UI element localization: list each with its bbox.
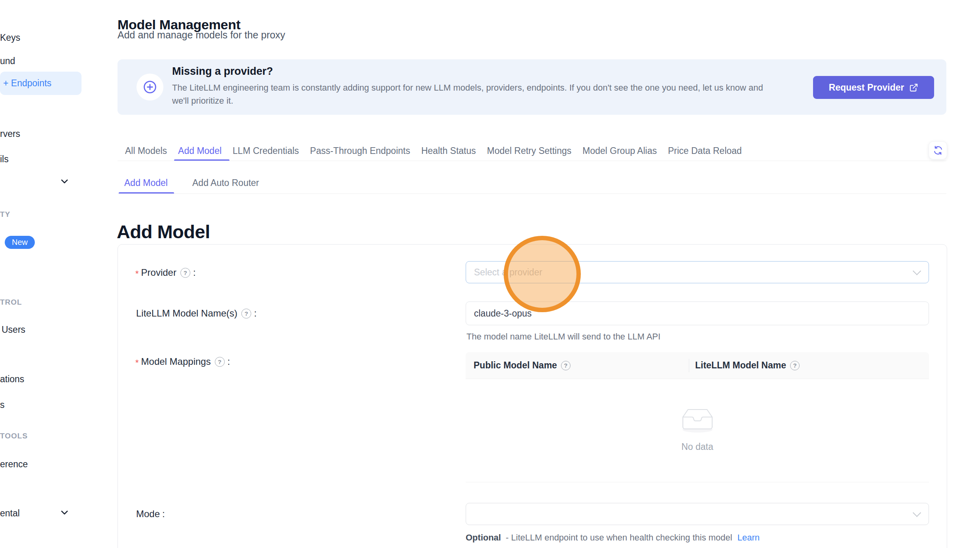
model-name-helper: The model name LiteLLM will send to the … <box>466 332 660 342</box>
refresh-button[interactable] <box>929 141 947 159</box>
label-colon: : <box>227 356 230 367</box>
help-icon[interactable]: ? <box>790 361 800 370</box>
mode-select[interactable] <box>466 503 929 525</box>
column-divider <box>689 359 689 372</box>
add-model-heading: Add Model <box>117 221 210 243</box>
mode-label: Mode : <box>136 508 165 520</box>
provider-label: * Provider ? : <box>135 266 196 279</box>
model-mappings-label-text: Model Mappings <box>141 356 211 367</box>
sidebar-item-servers[interactable]: rvers <box>0 129 20 139</box>
plus-circle-icon <box>136 74 163 100</box>
external-link-icon <box>909 83 918 92</box>
empty-box-icon <box>679 404 716 435</box>
sidebar-item-s[interactable]: s <box>0 400 5 410</box>
sidebar-item-ils[interactable]: ils <box>0 154 9 165</box>
banner-body-line1: The LiteLLM engineering team is constant… <box>172 81 763 94</box>
required-asterisk: * <box>135 358 139 368</box>
page: { "colors": { "accent": "#6366f1", "link… <box>0 0 980 548</box>
required-asterisk: * <box>135 269 139 279</box>
model-tabs: All Models Add Model LLM Credentials Pas… <box>125 146 742 156</box>
help-icon[interactable]: ? <box>180 268 190 278</box>
sidebar-item-keys[interactable]: Keys <box>0 32 20 43</box>
no-data-text: No data <box>466 442 929 452</box>
chevron-down-icon[interactable] <box>60 508 69 517</box>
tab-health-status[interactable]: Health Status <box>421 146 476 156</box>
subtabs-divider <box>118 193 946 194</box>
model-name-label: LiteLLM Model Name(s) ? : <box>136 307 257 320</box>
sidebar-section-ty: TY <box>0 210 10 219</box>
label-colon: : <box>162 508 165 520</box>
model-name-input[interactable] <box>466 301 929 325</box>
tab-model-retry-settings[interactable]: Model Retry Settings <box>487 146 571 156</box>
tab-price-data-reload[interactable]: Price Data Reload <box>668 146 742 156</box>
mode-helper-optional: Optional <box>466 533 501 542</box>
model-mappings-label: * Model Mappings ? : <box>135 355 230 368</box>
column-header-text: Public Model Name <box>474 360 557 371</box>
banner-heading: Missing a provider? <box>172 65 273 78</box>
missing-provider-banner: Missing a provider? The LiteLLM engineer… <box>118 59 946 115</box>
help-icon[interactable]: ? <box>561 361 571 370</box>
sidebar-item-users[interactable]: Users <box>2 324 25 335</box>
help-icon[interactable]: ? <box>215 357 225 367</box>
subtab-add-auto-router[interactable]: Add Auto Router <box>192 178 259 188</box>
sidebar-section-tools: TOOLS <box>0 432 28 440</box>
chevron-down-icon <box>913 267 921 275</box>
tab-all-models[interactable]: All Models <box>125 146 167 156</box>
request-provider-button[interactable]: Request Provider <box>813 76 934 99</box>
sidebar: Keys und + Endpoints rvers ils TY New TR… <box>0 0 95 548</box>
mode-helper-text: - LiteLLM endpoint to use when health ch… <box>506 533 732 542</box>
new-badge: New <box>5 236 35 249</box>
page-subtitle: Add and manage models for the proxy <box>118 29 285 41</box>
subtab-add-model[interactable]: Add Model <box>124 178 168 188</box>
refresh-icon <box>933 145 943 155</box>
add-model-card <box>118 244 947 548</box>
provider-select-placeholder: Select a provider <box>474 262 542 283</box>
model-name-label-text: LiteLLM Model Name(s) <box>136 308 237 319</box>
banner-body-line2: we'll prioritize it. <box>172 94 763 107</box>
column-header-public-model-name: Public Model Name ? <box>466 360 689 371</box>
tab-add-model[interactable]: Add Model <box>178 146 222 156</box>
tab-llm-credentials[interactable]: LLM Credentials <box>233 146 299 156</box>
tab-pass-through-endpoints[interactable]: Pass-Through Endpoints <box>310 146 410 156</box>
mode-helper: Optional - LiteLLM endpoint to use when … <box>466 533 760 543</box>
help-icon[interactable]: ? <box>241 309 251 319</box>
chevron-down-icon[interactable] <box>60 176 69 186</box>
column-header-text: LiteLLM Model Name <box>695 360 786 371</box>
label-colon: : <box>193 267 196 278</box>
tabs-divider <box>118 161 946 161</box>
sidebar-item-experimental[interactable]: ental <box>0 508 20 519</box>
sidebar-item-endpoints[interactable]: + Endpoints <box>0 72 82 95</box>
provider-select[interactable]: Select a provider <box>466 261 929 283</box>
sidebar-item-endpoints-label: + Endpoints <box>0 78 51 89</box>
sidebar-item-erence[interactable]: erence <box>0 459 28 470</box>
sidebar-section-trol: TROL <box>0 298 22 307</box>
column-header-litellm-model-name: LiteLLM Model Name ? <box>689 360 800 371</box>
sidebar-item-playground[interactable]: und <box>0 56 15 66</box>
table-bottom-border <box>466 482 929 482</box>
provider-label-text: Provider <box>141 267 176 278</box>
chevron-down-icon <box>913 508 921 517</box>
sidebar-item-organizations[interactable]: ations <box>0 374 24 385</box>
model-mappings-table-header: Public Model Name ? LiteLLM Model Name ? <box>466 352 929 379</box>
mode-label-text: Mode <box>136 508 160 520</box>
label-colon: : <box>254 308 257 319</box>
request-provider-label: Request Provider <box>829 82 904 93</box>
tab-model-group-alias[interactable]: Model Group Alias <box>582 146 657 156</box>
banner-body: The LiteLLM engineering team is constant… <box>172 81 763 107</box>
learn-link[interactable]: Learn <box>737 533 760 542</box>
